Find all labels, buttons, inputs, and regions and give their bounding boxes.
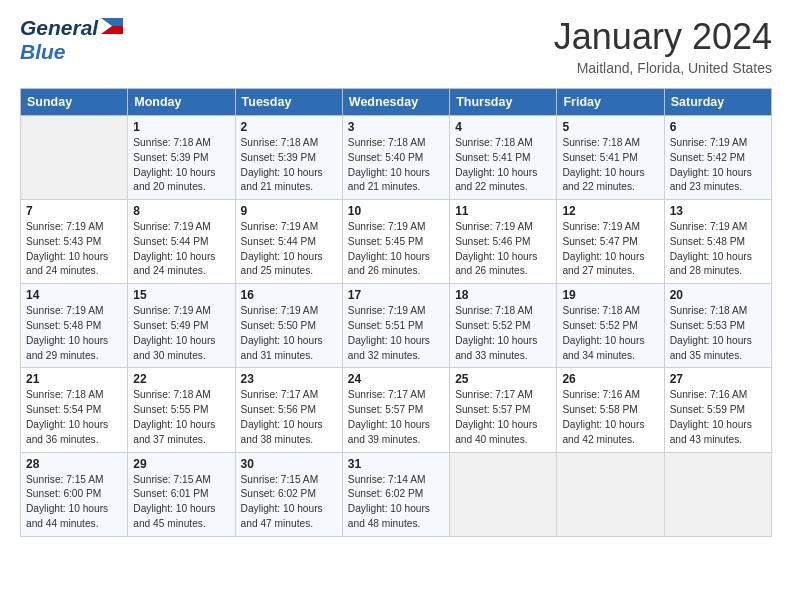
day-number: 8 — [133, 204, 229, 218]
calendar-header: SundayMondayTuesdayWednesdayThursdayFrid… — [21, 89, 772, 116]
day-info: Sunrise: 7:19 AM Sunset: 5:49 PM Dayligh… — [133, 304, 229, 363]
day-info: Sunrise: 7:19 AM Sunset: 5:47 PM Dayligh… — [562, 220, 658, 279]
day-info: Sunrise: 7:17 AM Sunset: 5:56 PM Dayligh… — [241, 388, 337, 447]
day-number: 1 — [133, 120, 229, 134]
day-cell: 11Sunrise: 7:19 AM Sunset: 5:46 PM Dayli… — [450, 200, 557, 284]
day-cell: 21Sunrise: 7:18 AM Sunset: 5:54 PM Dayli… — [21, 368, 128, 452]
day-info: Sunrise: 7:19 AM Sunset: 5:44 PM Dayligh… — [241, 220, 337, 279]
day-cell: 13Sunrise: 7:19 AM Sunset: 5:48 PM Dayli… — [664, 200, 771, 284]
day-number: 4 — [455, 120, 551, 134]
day-cell: 15Sunrise: 7:19 AM Sunset: 5:49 PM Dayli… — [128, 284, 235, 368]
day-cell: 31Sunrise: 7:14 AM Sunset: 6:02 PM Dayli… — [342, 452, 449, 536]
day-cell — [21, 116, 128, 200]
day-number: 21 — [26, 372, 122, 386]
logo: General Blue — [20, 16, 123, 64]
day-info: Sunrise: 7:18 AM Sunset: 5:55 PM Dayligh… — [133, 388, 229, 447]
day-cell: 17Sunrise: 7:19 AM Sunset: 5:51 PM Dayli… — [342, 284, 449, 368]
day-info: Sunrise: 7:18 AM Sunset: 5:41 PM Dayligh… — [455, 136, 551, 195]
day-info: Sunrise: 7:18 AM Sunset: 5:41 PM Dayligh… — [562, 136, 658, 195]
day-info: Sunrise: 7:16 AM Sunset: 5:58 PM Dayligh… — [562, 388, 658, 447]
day-number: 12 — [562, 204, 658, 218]
location-subtitle: Maitland, Florida, United States — [554, 60, 772, 76]
day-number: 7 — [26, 204, 122, 218]
month-year-title: January 2024 — [554, 16, 772, 58]
day-info: Sunrise: 7:19 AM Sunset: 5:42 PM Dayligh… — [670, 136, 766, 195]
page-header: General Blue January 2024 Maitland, Flor… — [20, 16, 772, 76]
day-cell: 4Sunrise: 7:18 AM Sunset: 5:41 PM Daylig… — [450, 116, 557, 200]
day-cell: 14Sunrise: 7:19 AM Sunset: 5:48 PM Dayli… — [21, 284, 128, 368]
day-cell: 20Sunrise: 7:18 AM Sunset: 5:53 PM Dayli… — [664, 284, 771, 368]
week-row-2: 7Sunrise: 7:19 AM Sunset: 5:43 PM Daylig… — [21, 200, 772, 284]
header-cell-saturday: Saturday — [664, 89, 771, 116]
day-info: Sunrise: 7:15 AM Sunset: 6:00 PM Dayligh… — [26, 473, 122, 532]
day-number: 22 — [133, 372, 229, 386]
day-info: Sunrise: 7:19 AM Sunset: 5:48 PM Dayligh… — [26, 304, 122, 363]
day-cell: 30Sunrise: 7:15 AM Sunset: 6:02 PM Dayli… — [235, 452, 342, 536]
day-cell: 25Sunrise: 7:17 AM Sunset: 5:57 PM Dayli… — [450, 368, 557, 452]
header-row: SundayMondayTuesdayWednesdayThursdayFrid… — [21, 89, 772, 116]
day-number: 27 — [670, 372, 766, 386]
day-info: Sunrise: 7:19 AM Sunset: 5:44 PM Dayligh… — [133, 220, 229, 279]
day-cell: 2Sunrise: 7:18 AM Sunset: 5:39 PM Daylig… — [235, 116, 342, 200]
day-cell: 8Sunrise: 7:19 AM Sunset: 5:44 PM Daylig… — [128, 200, 235, 284]
day-number: 29 — [133, 457, 229, 471]
day-info: Sunrise: 7:19 AM Sunset: 5:48 PM Dayligh… — [670, 220, 766, 279]
day-info: Sunrise: 7:19 AM Sunset: 5:45 PM Dayligh… — [348, 220, 444, 279]
day-info: Sunrise: 7:18 AM Sunset: 5:52 PM Dayligh… — [455, 304, 551, 363]
header-cell-monday: Monday — [128, 89, 235, 116]
header-cell-sunday: Sunday — [21, 89, 128, 116]
day-cell: 19Sunrise: 7:18 AM Sunset: 5:52 PM Dayli… — [557, 284, 664, 368]
logo-general: General — [20, 16, 98, 40]
week-row-4: 21Sunrise: 7:18 AM Sunset: 5:54 PM Dayli… — [21, 368, 772, 452]
day-cell: 12Sunrise: 7:19 AM Sunset: 5:47 PM Dayli… — [557, 200, 664, 284]
day-cell: 29Sunrise: 7:15 AM Sunset: 6:01 PM Dayli… — [128, 452, 235, 536]
day-cell: 5Sunrise: 7:18 AM Sunset: 5:41 PM Daylig… — [557, 116, 664, 200]
day-number: 14 — [26, 288, 122, 302]
day-number: 9 — [241, 204, 337, 218]
logo-flag-icon — [101, 18, 123, 34]
day-cell: 10Sunrise: 7:19 AM Sunset: 5:45 PM Dayli… — [342, 200, 449, 284]
calendar-body: 1Sunrise: 7:18 AM Sunset: 5:39 PM Daylig… — [21, 116, 772, 537]
day-cell: 1Sunrise: 7:18 AM Sunset: 5:39 PM Daylig… — [128, 116, 235, 200]
day-number: 3 — [348, 120, 444, 134]
header-cell-tuesday: Tuesday — [235, 89, 342, 116]
day-info: Sunrise: 7:17 AM Sunset: 5:57 PM Dayligh… — [348, 388, 444, 447]
day-number: 23 — [241, 372, 337, 386]
day-cell: 3Sunrise: 7:18 AM Sunset: 5:40 PM Daylig… — [342, 116, 449, 200]
day-info: Sunrise: 7:19 AM Sunset: 5:43 PM Dayligh… — [26, 220, 122, 279]
day-number: 10 — [348, 204, 444, 218]
day-cell: 27Sunrise: 7:16 AM Sunset: 5:59 PM Dayli… — [664, 368, 771, 452]
day-cell: 26Sunrise: 7:16 AM Sunset: 5:58 PM Dayli… — [557, 368, 664, 452]
week-row-3: 14Sunrise: 7:19 AM Sunset: 5:48 PM Dayli… — [21, 284, 772, 368]
day-info: Sunrise: 7:18 AM Sunset: 5:52 PM Dayligh… — [562, 304, 658, 363]
header-cell-wednesday: Wednesday — [342, 89, 449, 116]
day-info: Sunrise: 7:17 AM Sunset: 5:57 PM Dayligh… — [455, 388, 551, 447]
day-info: Sunrise: 7:18 AM Sunset: 5:39 PM Dayligh… — [241, 136, 337, 195]
day-number: 11 — [455, 204, 551, 218]
day-info: Sunrise: 7:15 AM Sunset: 6:01 PM Dayligh… — [133, 473, 229, 532]
header-cell-friday: Friday — [557, 89, 664, 116]
calendar-table: SundayMondayTuesdayWednesdayThursdayFrid… — [20, 88, 772, 537]
day-number: 19 — [562, 288, 658, 302]
day-cell — [557, 452, 664, 536]
day-cell: 23Sunrise: 7:17 AM Sunset: 5:56 PM Dayli… — [235, 368, 342, 452]
day-cell: 22Sunrise: 7:18 AM Sunset: 5:55 PM Dayli… — [128, 368, 235, 452]
day-number: 6 — [670, 120, 766, 134]
week-row-1: 1Sunrise: 7:18 AM Sunset: 5:39 PM Daylig… — [21, 116, 772, 200]
day-number: 28 — [26, 457, 122, 471]
day-cell: 18Sunrise: 7:18 AM Sunset: 5:52 PM Dayli… — [450, 284, 557, 368]
day-info: Sunrise: 7:18 AM Sunset: 5:39 PM Dayligh… — [133, 136, 229, 195]
day-info: Sunrise: 7:16 AM Sunset: 5:59 PM Dayligh… — [670, 388, 766, 447]
day-cell: 7Sunrise: 7:19 AM Sunset: 5:43 PM Daylig… — [21, 200, 128, 284]
day-info: Sunrise: 7:19 AM Sunset: 5:51 PM Dayligh… — [348, 304, 444, 363]
day-cell: 28Sunrise: 7:15 AM Sunset: 6:00 PM Dayli… — [21, 452, 128, 536]
day-number: 18 — [455, 288, 551, 302]
day-number: 13 — [670, 204, 766, 218]
day-info: Sunrise: 7:18 AM Sunset: 5:54 PM Dayligh… — [26, 388, 122, 447]
title-block: January 2024 Maitland, Florida, United S… — [554, 16, 772, 76]
logo-blue: Blue — [20, 40, 123, 64]
day-cell: 6Sunrise: 7:19 AM Sunset: 5:42 PM Daylig… — [664, 116, 771, 200]
day-cell: 16Sunrise: 7:19 AM Sunset: 5:50 PM Dayli… — [235, 284, 342, 368]
day-number: 16 — [241, 288, 337, 302]
week-row-5: 28Sunrise: 7:15 AM Sunset: 6:00 PM Dayli… — [21, 452, 772, 536]
